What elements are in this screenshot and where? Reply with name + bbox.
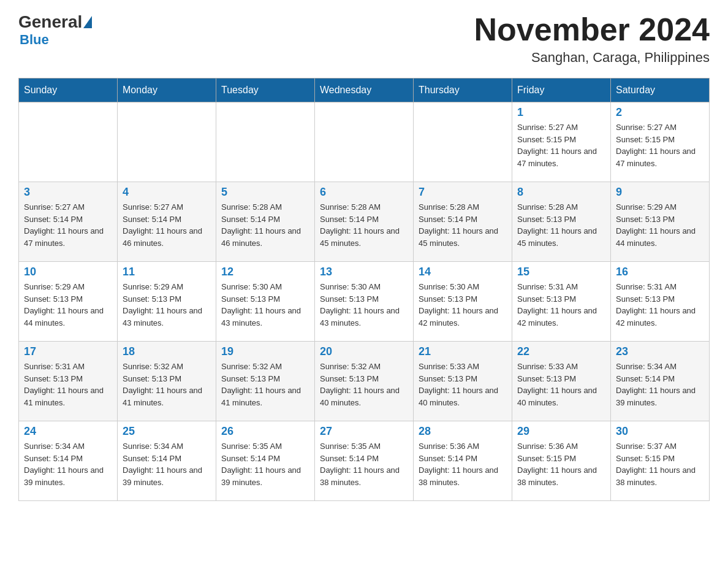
day-number: 26: [221, 425, 309, 438]
day-sun-info: Sunrise: 5:35 AMSunset: 5:14 PMDaylight:…: [221, 440, 309, 488]
calendar-cell: 15Sunrise: 5:31 AMSunset: 5:13 PMDayligh…: [512, 262, 611, 342]
day-sun-info: Sunrise: 5:27 AMSunset: 5:15 PMDaylight:…: [616, 121, 704, 169]
calendar-week-row: 10Sunrise: 5:29 AMSunset: 5:13 PMDayligh…: [19, 262, 710, 342]
day-sun-info: Sunrise: 5:28 AMSunset: 5:14 PMDaylight:…: [419, 201, 507, 249]
calendar-week-row: 24Sunrise: 5:34 AMSunset: 5:14 PMDayligh…: [19, 421, 710, 501]
day-sun-info: Sunrise: 5:28 AMSunset: 5:13 PMDaylight:…: [517, 201, 605, 249]
calendar-cell: [118, 102, 216, 182]
day-of-week-header: Monday: [118, 79, 216, 102]
calendar-cell: 9Sunrise: 5:29 AMSunset: 5:13 PMDaylight…: [611, 182, 710, 262]
day-sun-info: Sunrise: 5:28 AMSunset: 5:14 PMDaylight:…: [221, 201, 309, 249]
day-number: 30: [616, 425, 704, 438]
calendar-cell: [216, 102, 315, 182]
day-sun-info: Sunrise: 5:31 AMSunset: 5:13 PMDaylight:…: [24, 361, 112, 408]
day-number: 25: [123, 425, 211, 438]
day-number: 9: [616, 186, 704, 199]
calendar-cell: [315, 102, 414, 182]
location-subtitle: Sanghan, Caraga, Philippines: [474, 50, 710, 66]
calendar-cell: 21Sunrise: 5:33 AMSunset: 5:13 PMDayligh…: [414, 342, 512, 421]
calendar-cell: 29Sunrise: 5:36 AMSunset: 5:15 PMDayligh…: [512, 421, 611, 501]
calendar-cell: [414, 102, 512, 182]
calendar-cell: 8Sunrise: 5:28 AMSunset: 5:13 PMDaylight…: [512, 182, 611, 262]
day-sun-info: Sunrise: 5:33 AMSunset: 5:13 PMDaylight:…: [517, 361, 605, 408]
day-of-week-header: Wednesday: [315, 79, 414, 102]
day-number: 7: [419, 186, 507, 199]
day-number: 20: [320, 345, 408, 358]
calendar-cell: 24Sunrise: 5:34 AMSunset: 5:14 PMDayligh…: [19, 421, 118, 501]
day-number: 1: [517, 106, 605, 119]
day-number: 12: [221, 266, 309, 278]
calendar-cell: 3Sunrise: 5:27 AMSunset: 5:14 PMDaylight…: [19, 182, 118, 262]
calendar-cell: 4Sunrise: 5:27 AMSunset: 5:14 PMDaylight…: [118, 182, 216, 262]
day-number: 10: [24, 266, 112, 278]
day-sun-info: Sunrise: 5:36 AMSunset: 5:14 PMDaylight:…: [419, 440, 507, 488]
day-sun-info: Sunrise: 5:30 AMSunset: 5:13 PMDaylight:…: [320, 281, 408, 329]
day-sun-info: Sunrise: 5:27 AMSunset: 5:15 PMDaylight:…: [517, 121, 605, 169]
day-sun-info: Sunrise: 5:29 AMSunset: 5:13 PMDaylight:…: [24, 281, 112, 329]
calendar-cell: 13Sunrise: 5:30 AMSunset: 5:13 PMDayligh…: [315, 262, 414, 342]
logo-blue-text: Blue: [20, 32, 49, 47]
calendar-cell: 7Sunrise: 5:28 AMSunset: 5:14 PMDaylight…: [414, 182, 512, 262]
title-section: November 2024 Sanghan, Caraga, Philippin…: [474, 12, 710, 66]
calendar-cell: 20Sunrise: 5:32 AMSunset: 5:13 PMDayligh…: [315, 342, 414, 421]
logo: General Blue: [18, 12, 93, 48]
day-number: 22: [517, 345, 605, 358]
day-sun-info: Sunrise: 5:31 AMSunset: 5:13 PMDaylight:…: [616, 281, 704, 329]
calendar-cell: 27Sunrise: 5:35 AMSunset: 5:14 PMDayligh…: [315, 421, 414, 501]
day-sun-info: Sunrise: 5:27 AMSunset: 5:14 PMDaylight:…: [24, 201, 112, 249]
day-sun-info: Sunrise: 5:27 AMSunset: 5:14 PMDaylight:…: [123, 201, 211, 249]
calendar-cell: 26Sunrise: 5:35 AMSunset: 5:14 PMDayligh…: [216, 421, 315, 501]
day-sun-info: Sunrise: 5:28 AMSunset: 5:14 PMDaylight:…: [320, 201, 408, 249]
calendar-table: SundayMondayTuesdayWednesdayThursdayFrid…: [18, 78, 710, 501]
day-number: 14: [419, 266, 507, 278]
day-number: 24: [24, 425, 112, 438]
day-number: 18: [123, 345, 211, 358]
calendar-cell: 2Sunrise: 5:27 AMSunset: 5:15 PMDaylight…: [611, 102, 710, 182]
day-number: 11: [123, 266, 211, 278]
calendar-cell: 6Sunrise: 5:28 AMSunset: 5:14 PMDaylight…: [315, 182, 414, 262]
day-sun-info: Sunrise: 5:29 AMSunset: 5:13 PMDaylight:…: [123, 281, 211, 329]
page-header: General Blue November 2024 Sanghan, Cara…: [18, 12, 710, 66]
day-number: 16: [616, 266, 704, 278]
day-sun-info: Sunrise: 5:34 AMSunset: 5:14 PMDaylight:…: [24, 440, 112, 488]
calendar-cell: 25Sunrise: 5:34 AMSunset: 5:14 PMDayligh…: [118, 421, 216, 501]
day-sun-info: Sunrise: 5:34 AMSunset: 5:14 PMDaylight:…: [123, 440, 211, 488]
day-number: 6: [320, 186, 408, 199]
day-sun-info: Sunrise: 5:32 AMSunset: 5:13 PMDaylight:…: [123, 361, 211, 408]
calendar-cell: 17Sunrise: 5:31 AMSunset: 5:13 PMDayligh…: [19, 342, 118, 421]
day-of-week-header: Tuesday: [216, 79, 315, 102]
calendar-cell: 5Sunrise: 5:28 AMSunset: 5:14 PMDaylight…: [216, 182, 315, 262]
logo-general-text: General: [18, 12, 82, 32]
day-number: 29: [517, 425, 605, 438]
day-number: 4: [123, 186, 211, 199]
day-sun-info: Sunrise: 5:37 AMSunset: 5:15 PMDaylight:…: [616, 440, 704, 488]
calendar-week-row: 1Sunrise: 5:27 AMSunset: 5:15 PMDaylight…: [19, 102, 710, 182]
logo-triangle-icon: [83, 16, 92, 28]
calendar-cell: 18Sunrise: 5:32 AMSunset: 5:13 PMDayligh…: [118, 342, 216, 421]
day-number: 5: [221, 186, 309, 199]
calendar-cell: 12Sunrise: 5:30 AMSunset: 5:13 PMDayligh…: [216, 262, 315, 342]
day-sun-info: Sunrise: 5:32 AMSunset: 5:13 PMDaylight:…: [221, 361, 309, 408]
day-of-week-header: Friday: [512, 79, 611, 102]
calendar-cell: [19, 102, 118, 182]
day-number: 27: [320, 425, 408, 438]
day-number: 13: [320, 266, 408, 278]
calendar-cell: 30Sunrise: 5:37 AMSunset: 5:15 PMDayligh…: [611, 421, 710, 501]
day-number: 15: [517, 266, 605, 278]
day-number: 3: [24, 186, 112, 199]
calendar-cell: 14Sunrise: 5:30 AMSunset: 5:13 PMDayligh…: [414, 262, 512, 342]
day-sun-info: Sunrise: 5:34 AMSunset: 5:14 PMDaylight:…: [616, 361, 704, 408]
day-number: 8: [517, 186, 605, 199]
day-number: 23: [616, 345, 704, 358]
calendar-cell: 22Sunrise: 5:33 AMSunset: 5:13 PMDayligh…: [512, 342, 611, 421]
day-number: 17: [24, 345, 112, 358]
day-sun-info: Sunrise: 5:32 AMSunset: 5:13 PMDaylight:…: [320, 361, 408, 408]
day-sun-info: Sunrise: 5:31 AMSunset: 5:13 PMDaylight:…: [517, 281, 605, 329]
day-number: 28: [419, 425, 507, 438]
day-number: 19: [221, 345, 309, 358]
day-sun-info: Sunrise: 5:30 AMSunset: 5:13 PMDaylight:…: [419, 281, 507, 329]
day-sun-info: Sunrise: 5:35 AMSunset: 5:14 PMDaylight:…: [320, 440, 408, 488]
calendar-cell: 19Sunrise: 5:32 AMSunset: 5:13 PMDayligh…: [216, 342, 315, 421]
calendar-cell: 11Sunrise: 5:29 AMSunset: 5:13 PMDayligh…: [118, 262, 216, 342]
day-number: 2: [616, 106, 704, 119]
